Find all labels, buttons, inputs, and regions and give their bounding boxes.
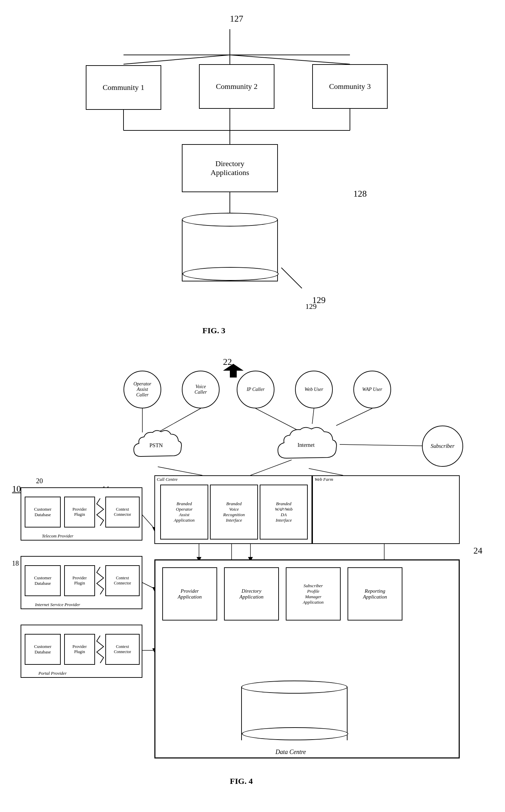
cylinder-body: [182, 220, 278, 281]
voice-caller-label: VoiceCaller: [195, 384, 207, 395]
ip-caller-label: IP Caller: [247, 387, 265, 392]
telecom-provider-label: Telecom Provider: [42, 533, 73, 539]
subscriber-profile-label: SubscriberProfileManagerApplication: [303, 583, 324, 605]
web-user-circle: Web User: [295, 371, 333, 408]
community3-box: Community 3: [312, 64, 388, 109]
community2-label: Community 2: [216, 82, 258, 91]
cylinder-bottom: [183, 267, 279, 281]
operator-caller-circle: OperatorAssistCaller: [124, 371, 161, 408]
isp-provider-plugin-label: ProviderPlugin: [72, 576, 86, 586]
label-18: 18: [12, 559, 19, 567]
telecom-context-connector: ContextConnector: [105, 497, 140, 527]
svg-line-1: [124, 55, 230, 64]
svg-line-18: [312, 408, 314, 424]
portal-provider-group: CustomerDatabase ProviderPlugin ContextC…: [21, 625, 142, 678]
isp-provider-plugin: ProviderPlugin: [64, 565, 95, 596]
fig4-caption: FIG. 4: [230, 777, 253, 786]
pstn-cloud: PSTN: [130, 426, 185, 467]
subscriber-label: Subscriber: [431, 443, 454, 449]
label-10: 10: [12, 484, 21, 494]
label-129b: 129: [305, 302, 317, 311]
telecom-provider-plugin-label: ProviderPlugin: [72, 507, 86, 517]
label-127: 127: [230, 14, 243, 24]
portal-context-connector: ContextConnector: [105, 634, 140, 665]
portal-provider-label: Portal Provider: [38, 671, 67, 676]
cylinder-top: [182, 213, 278, 227]
ip-caller-circle: IP Caller: [237, 371, 274, 408]
telecom-provider-plugin: ProviderPlugin: [64, 497, 95, 527]
data-centre-region: ProviderApplication DirectoryApplication…: [154, 559, 460, 758]
branded-operator-box: BrandedOperatorAssistApplication: [160, 485, 208, 540]
isp-customer-db-label: CustomerDatabase: [34, 575, 51, 586]
directory-app-label: DirectoryApplication: [239, 588, 263, 600]
portal-customer-db: CustomerDatabase: [25, 634, 61, 665]
call-centre-region: Call Centre BrandedOperatorAssistApplica…: [154, 475, 312, 544]
fig4-diagram: 22 10 20 12 14 18 24 16 OperatorAssistCa…: [10, 353, 497, 789]
fig3-caption: FIG. 3: [202, 326, 225, 335]
provider-app-label: ProviderApplication: [178, 588, 202, 600]
label-22: 22: [223, 357, 232, 367]
telecom-customer-db: CustomerDatabase: [25, 497, 61, 527]
web-farm-label: Web Farm: [315, 477, 333, 482]
ctx-cylinder-bottom: [242, 727, 348, 740]
svg-text:Internet: Internet: [297, 442, 315, 448]
branded-operator-label: BrandedOperatorAssistApplication: [174, 501, 195, 523]
community1-label: Community 1: [103, 83, 144, 92]
wap-user-label: WAP User: [362, 387, 382, 392]
page: 127 Community 1 Community 2 Community 3 …: [0, 0, 505, 812]
provider-app-box: ProviderApplication: [162, 567, 217, 620]
directory-applications-box: DirectoryApplications: [182, 144, 278, 192]
portal-customer-db-label: CustomerDatabase: [34, 644, 51, 655]
directory-data-store: [182, 213, 278, 281]
label-20: 20: [36, 477, 43, 485]
directory-applications-label: DirectoryApplications: [211, 159, 249, 177]
svg-line-21: [158, 467, 202, 475]
web-farm-region: Web Farm: [312, 475, 460, 544]
data-centre-label: Data Centre: [275, 749, 306, 756]
isp-context-connector-label: ContextConnector: [114, 576, 131, 586]
svg-text:PSTN: PSTN: [149, 442, 163, 448]
svg-line-13: [281, 268, 302, 288]
svg-line-28: [141, 582, 154, 589]
wap-user-circle: WAP User: [353, 371, 391, 408]
call-centre-label: Call Centre: [157, 477, 178, 482]
svg-line-19: [336, 408, 372, 426]
telecom-customer-db-label: CustomerDatabase: [34, 507, 51, 518]
subscriber-profile-box: SubscriberProfileManagerApplication: [286, 567, 341, 620]
isp-context-connector: ContextConnector: [105, 565, 140, 596]
ctx-cylinder-body: [241, 687, 348, 740]
reporting-app-box: ReportingApplication: [348, 567, 402, 620]
isp-provider-group: CustomerDatabase ProviderPlugin ContextC…: [21, 556, 142, 609]
branded-voice-label: BrandedVoiceRecognitionInterface: [223, 501, 245, 523]
telecom-provider-group: CustomerDatabase ProviderPlugin ContextC…: [21, 487, 142, 541]
reporting-app-label: ReportingApplication: [363, 588, 387, 600]
fig3-diagram: 127 Community 1 Community 2 Community 3 …: [69, 10, 412, 336]
directory-app-box: DirectoryApplication: [224, 567, 279, 620]
isp-customer-db: CustomerDatabase: [25, 565, 61, 596]
contextual-directory-cylinder: [241, 681, 348, 740]
portal-provider-plugin: ProviderPlugin: [64, 634, 95, 665]
svg-line-3: [230, 55, 350, 64]
branded-wap-box: BrandedWAP/WebDAInterface: [260, 485, 308, 540]
branded-wap-label: BrandedWAP/WebDAInterface: [275, 501, 292, 523]
operator-caller-label: OperatorAssistCaller: [133, 381, 151, 398]
branded-voice-box: BrandedVoiceRecognitionInterface: [210, 485, 258, 540]
label-24: 24: [473, 546, 482, 556]
portal-provider-plugin-label: ProviderPlugin: [72, 644, 86, 654]
portal-context-connector-label: ContextConnector: [114, 644, 131, 654]
isp-provider-label: Internet Service Provider: [35, 602, 80, 607]
community2-box: Community 2: [199, 64, 274, 109]
subscriber-circle: Subscriber: [422, 426, 463, 467]
web-user-label: Web User: [305, 387, 323, 392]
community3-label: Community 3: [329, 82, 371, 91]
svg-line-22: [309, 468, 343, 475]
telecom-context-connector-label: ContextConnector: [114, 507, 131, 517]
voice-caller-circle: VoiceCaller: [182, 371, 220, 408]
internet-cloud: Internet: [274, 422, 340, 468]
community1-box: Community 1: [86, 65, 161, 110]
label-128: 128: [353, 189, 367, 199]
ctx-cylinder-top: [241, 681, 348, 694]
svg-line-26: [141, 513, 154, 529]
